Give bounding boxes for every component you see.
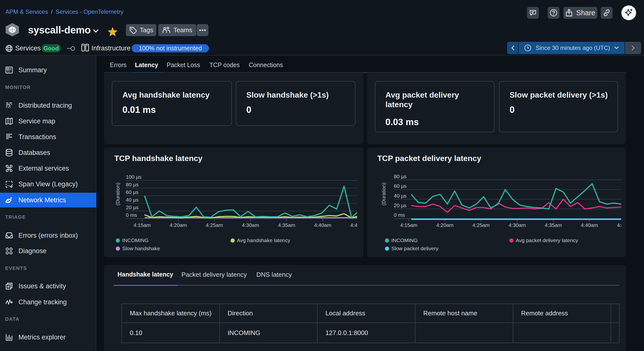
svg-text:4:40am: 4:40am [581,222,598,228]
svg-text:4:40am: 4:40am [314,222,331,228]
svg-text:0 ms: 0 ms [394,212,405,218]
svg-text:4:20am: 4:20am [436,222,454,228]
svg-text:4:35am: 4:35am [278,222,295,228]
svg-text:20 µs: 20 µs [126,204,139,210]
svg-text:80 µs: 80 µs [394,174,406,179]
svg-text:60 µs: 60 µs [126,189,139,195]
svg-text:4:15am: 4:15am [134,222,151,228]
svg-text:4:25am: 4:25am [472,222,490,228]
svg-text:4:45am: 4:45am [617,222,622,228]
svg-text:4:20am: 4:20am [170,222,187,228]
svg-text:4:35am: 4:35am [545,222,562,228]
svg-text:40 µs: 40 µs [126,197,139,202]
svg-text:0 ms: 0 ms [126,212,137,218]
svg-text:4:30am: 4:30am [508,222,526,228]
svg-text:20 µs: 20 µs [394,202,406,208]
svg-text:4:30am: 4:30am [242,222,259,228]
svg-text:4:25am: 4:25am [206,222,223,228]
svg-text:100 µs: 100 µs [126,174,141,180]
svg-text:4:45am: 4:45am [350,222,357,228]
svg-text:4:15am: 4:15am [400,222,417,228]
svg-text:80 µs: 80 µs [126,182,139,187]
svg-text:60 µs: 60 µs [394,183,406,189]
svg-text:40 µs: 40 µs [394,193,406,198]
